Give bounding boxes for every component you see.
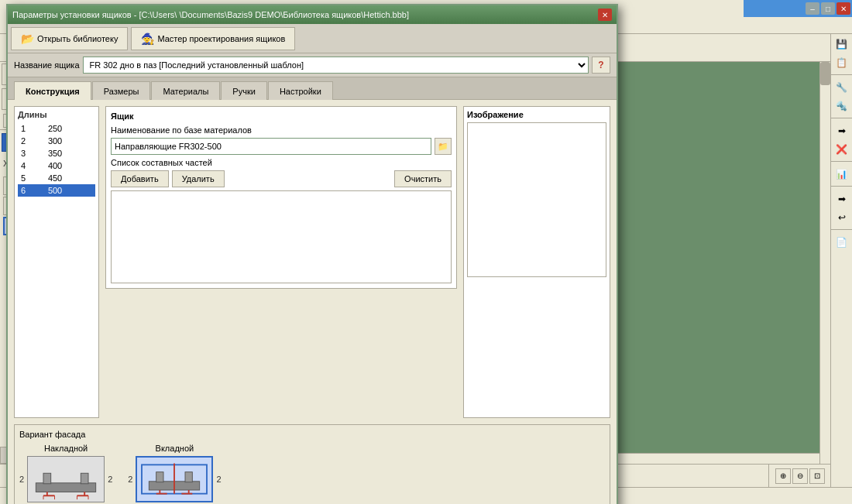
app-titlebar-partial: – □ ✕ (744, 0, 852, 17)
row-val-1: 250 (45, 122, 95, 135)
row-val-4: 400 (45, 159, 95, 172)
right-panel: 💾 📋 🔧 🔩 ➡ ❌ 📊 ➡ ↩ 📄 (830, 34, 852, 487)
dialog: Параметры установки ящиков - [C:\Users\ … (6, 4, 618, 504)
right-btn-6[interactable]: ❌ (833, 141, 850, 158)
svg-rect-15 (185, 472, 192, 482)
row-val-5: 450 (45, 172, 95, 184)
dialog-close-btn[interactable]: ✕ (598, 9, 612, 21)
magic-icon: 🧙 (141, 33, 154, 45)
right-btn-9[interactable]: ↩ (833, 209, 850, 226)
browse-btn[interactable]: 📁 (435, 138, 452, 155)
image-content (467, 122, 606, 277)
svg-rect-1 (43, 473, 51, 484)
app-minimize-btn[interactable]: – (806, 2, 819, 15)
facade-label-vkladnoy: Вкладной (156, 444, 194, 453)
zoom-out-btn[interactable]: ⊖ (792, 468, 808, 484)
table-row[interactable]: 5 450 (18, 172, 95, 184)
dialog-name-row: Название ящика FR 302 дно в паз [Последн… (8, 53, 617, 77)
facade-num-nakl-left: 2 (19, 475, 24, 484)
facade-num-vkl-left: 2 (128, 475, 132, 484)
dialog-body: Длины 1 250 2 300 3 350 4 (8, 99, 617, 424)
fit-btn[interactable]: ⊡ (809, 468, 825, 484)
table-row-selected[interactable]: 6 500 (18, 184, 95, 197)
tab-settings[interactable]: Настройки (268, 81, 333, 100)
tab-materials[interactable]: Материалы (151, 81, 220, 100)
right-sep-1 (831, 74, 852, 76)
right-sep-3 (831, 161, 852, 163)
box-title: Ящик (111, 111, 452, 121)
row-val-6: 500 (45, 184, 95, 197)
facade-label-nakladnoy: Накладной (44, 444, 88, 453)
parts-label: Список составных частей (111, 158, 452, 167)
table-row[interactable]: 3 350 (18, 147, 95, 159)
name-label: Название ящика (14, 60, 80, 70)
dialog-tabs: Конструкция Размеры Материалы Ручки Наст… (8, 77, 617, 99)
parts-btn-row: Добавить Удалить Очистить (111, 170, 452, 187)
svg-rect-2 (81, 473, 88, 484)
right-sep-5 (831, 229, 852, 231)
tab-construction[interactable]: Конструкция (14, 81, 91, 100)
app-background: – □ ✕ лчанию ▾ – □ ✕ 📁 › ⬜ 📐 🔲 📏 📌 🔄 ⬛ 📋… (0, 0, 852, 504)
facade-img-vkladnoy[interactable] (136, 456, 213, 502)
right-btn-10[interactable]: 📄 (833, 234, 850, 251)
tab-handles[interactable]: Ручки (221, 81, 267, 100)
master-btn[interactable]: 🧙 Мастер проектирования ящиков (131, 27, 295, 50)
open-library-btn[interactable]: 📂 Открыть библиотеку (11, 27, 128, 50)
right-btn-8[interactable]: ➡ (833, 190, 850, 207)
help-btn[interactable]: ? (592, 57, 610, 74)
facade-title: Вариант фасада (19, 430, 605, 439)
material-label: Наименование по базе материалов (111, 125, 452, 135)
name-select[interactable]: FR 302 дно в паз [Последний установленны… (83, 57, 589, 74)
facade-option-nakladnoy: Накладной 2 (19, 444, 112, 502)
parts-list-content (111, 190, 452, 283)
table-row[interactable]: 4 400 (18, 159, 95, 172)
right-btn-5[interactable]: ➡ (833, 122, 850, 139)
right-btn-1[interactable]: 💾 (833, 36, 850, 53)
right-sep-2 (831, 118, 852, 119)
svg-rect-14 (156, 472, 163, 482)
dialog-toolbar: 📂 Открыть библиотеку 🧙 Мастер проектиров… (8, 24, 617, 53)
lengths-section: Длины 1 250 2 300 3 350 4 (14, 106, 99, 418)
master-label: Мастер проектирования ящиков (157, 34, 285, 43)
v-scrollbar[interactable] (819, 62, 830, 464)
right-btn-7[interactable]: 📊 (833, 166, 850, 183)
svg-rect-0 (36, 483, 95, 492)
row-num-4: 4 (18, 159, 45, 172)
right-btn-3[interactable]: 🔧 (833, 79, 850, 96)
material-input[interactable] (111, 138, 431, 155)
open-library-label: Открыть библиотеку (37, 34, 118, 43)
row-num-5: 5 (18, 172, 45, 184)
facade-num-nakl-right: 2 (108, 475, 112, 484)
row-val-2: 300 (45, 135, 95, 147)
table-row[interactable]: 1 250 (18, 122, 95, 135)
zoom-in-btn[interactable]: ⊕ (775, 468, 791, 484)
facade-diagram-nakladnoy: 2 (19, 456, 112, 502)
clear-parts-btn[interactable]: Очистить (394, 170, 452, 187)
tab-dimensions[interactable]: Размеры (92, 81, 151, 100)
app-maximize-btn[interactable]: □ (821, 2, 835, 15)
lengths-table: 1 250 2 300 3 350 4 400 (18, 122, 95, 197)
delete-part-btn[interactable]: Удалить (172, 170, 225, 187)
right-btn-4[interactable]: 🔩 (833, 98, 850, 115)
app-close-btn[interactable]: ✕ (837, 2, 850, 15)
folder-icon: 📂 (21, 33, 34, 45)
row-val-3: 350 (45, 147, 95, 159)
facade-options: Накладной 2 (19, 444, 605, 502)
add-part-btn[interactable]: Добавить (111, 170, 169, 187)
right-btn-2[interactable]: 📋 (833, 54, 850, 71)
v-scrollbar-thumb[interactable] (820, 62, 830, 85)
facade-num-vkl-right: 2 (216, 475, 221, 484)
box-section: Ящик Наименование по базе материалов 📁 С… (105, 106, 457, 418)
facade-option-vkladnoy: Вкладной 2 (128, 444, 221, 502)
facade-diagram-vkladnoy: 2 (128, 456, 221, 502)
table-row[interactable]: 2 300 (18, 135, 95, 147)
lengths-title: Длины (18, 110, 95, 119)
row-num-3: 3 (18, 147, 45, 159)
right-sep-4 (831, 186, 852, 187)
dialog-title: Параметры установки ящиков - [C:\Users\ … (12, 10, 598, 19)
row-num-2: 2 (18, 135, 45, 147)
row-num-1: 1 (18, 122, 45, 135)
row-num-6: 6 (18, 184, 45, 197)
material-input-row: 📁 (111, 138, 452, 155)
facade-img-nakladnoy[interactable] (27, 456, 105, 502)
